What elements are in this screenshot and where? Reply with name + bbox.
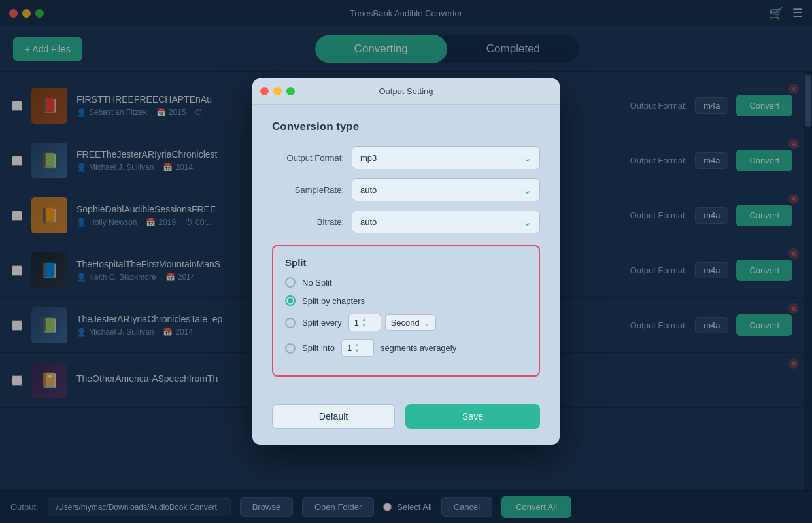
output-format-select[interactable]: mp3 ⌄ bbox=[352, 146, 540, 169]
split-section: Split No Split Split by chapters Split e… bbox=[272, 245, 540, 377]
modal-title: Output Setting bbox=[379, 86, 433, 96]
modal-close-button[interactable] bbox=[260, 87, 269, 95]
bitrate-select[interactable]: auto ⌄ bbox=[352, 211, 540, 233]
sample-rate-value: auto bbox=[360, 185, 377, 195]
split-every-value-display: 1 ▲ ▼ bbox=[348, 314, 381, 331]
split-by-chapters-label: Split by chapters bbox=[302, 296, 365, 306]
chevron-down-icon: ⌄ bbox=[523, 184, 532, 196]
split-every-stepper[interactable]: ▲ ▼ bbox=[362, 317, 367, 328]
stepper-down-icon[interactable]: ▼ bbox=[362, 323, 367, 328]
chevron-down-icon: ⌄ bbox=[523, 216, 532, 228]
split-every-label: Split every bbox=[302, 318, 342, 328]
split-no-split: No Split bbox=[285, 277, 527, 288]
stepper-up-icon[interactable]: ▲ bbox=[362, 317, 367, 322]
output-setting-modal: Output Setting Conversion type Output Fo… bbox=[252, 78, 560, 445]
split-into-suffix: segments averagely bbox=[381, 343, 456, 353]
split-every-radio[interactable] bbox=[285, 318, 296, 328]
default-button[interactable]: Default bbox=[272, 404, 395, 429]
stepper-up-icon[interactable]: ▲ bbox=[354, 343, 360, 348]
modal-maximize-button[interactable] bbox=[286, 87, 295, 95]
sample-rate-label: SampleRate: bbox=[272, 185, 344, 195]
conversion-type-title: Conversion type bbox=[272, 120, 540, 133]
modal-footer: Default Save bbox=[252, 404, 560, 445]
stepper-down-icon[interactable]: ▼ bbox=[354, 348, 360, 354]
output-format-value: mp3 bbox=[360, 153, 377, 163]
chevron-down-icon: ⌄ bbox=[424, 318, 430, 328]
split-by-chapters: Split by chapters bbox=[285, 295, 527, 306]
split-into-value-display: 1 ▲ ▼ bbox=[341, 339, 374, 357]
output-format-row: Output Format: mp3 ⌄ bbox=[272, 146, 540, 169]
output-format-form-label: Output Format: bbox=[272, 153, 344, 163]
split-title: Split bbox=[285, 257, 527, 268]
sample-rate-row: SampleRate: auto ⌄ bbox=[272, 178, 540, 201]
split-every-unit: Second bbox=[391, 318, 420, 328]
modal-overlay: Output Setting Conversion type Output Fo… bbox=[0, 0, 812, 523]
split-no-split-radio[interactable] bbox=[285, 277, 296, 288]
split-no-split-label: No Split bbox=[302, 278, 332, 288]
split-into-number: 1 bbox=[347, 343, 352, 353]
split-every-input-group: 1 ▲ ▼ Second ⌄ bbox=[348, 314, 436, 331]
split-into-stepper[interactable]: ▲ ▼ bbox=[354, 343, 360, 354]
modal-minimize-button[interactable] bbox=[273, 87, 282, 95]
split-into: Split into 1 ▲ ▼ segments averagely bbox=[285, 339, 527, 357]
split-into-radio[interactable] bbox=[285, 343, 296, 354]
split-every-unit-select[interactable]: Second ⌄ bbox=[385, 314, 436, 331]
sample-rate-select[interactable]: auto ⌄ bbox=[352, 178, 540, 201]
chevron-down-icon: ⌄ bbox=[523, 152, 532, 164]
bitrate-row: Bitrate: auto ⌄ bbox=[272, 211, 540, 233]
split-into-label: Split into bbox=[302, 343, 335, 353]
split-every-number: 1 bbox=[354, 318, 359, 328]
split-by-chapters-radio[interactable] bbox=[285, 295, 296, 306]
save-button[interactable]: Save bbox=[405, 404, 540, 429]
bitrate-label: Bitrate: bbox=[272, 217, 344, 227]
modal-title-bar: Output Setting bbox=[252, 78, 560, 105]
split-every: Split every 1 ▲ ▼ Second ⌄ bbox=[285, 314, 527, 331]
bitrate-value: auto bbox=[360, 217, 377, 227]
modal-window-controls bbox=[260, 87, 295, 95]
modal-body: Conversion type Output Format: mp3 ⌄ Sam… bbox=[252, 105, 560, 404]
